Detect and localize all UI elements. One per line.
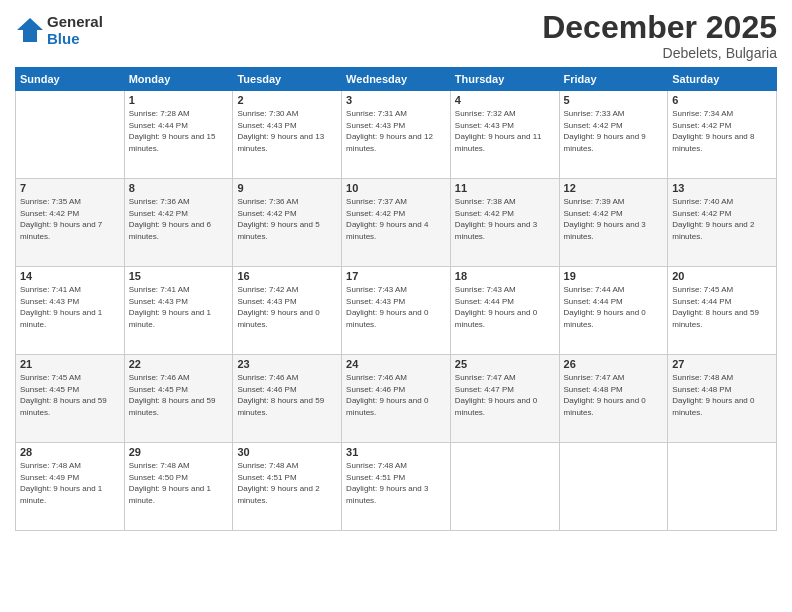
location: Debelets, Bulgaria bbox=[542, 45, 777, 61]
calendar-week-3: 14Sunrise: 7:41 AMSunset: 4:43 PMDayligh… bbox=[16, 267, 777, 355]
day-number: 29 bbox=[129, 446, 229, 458]
cell-info: Sunrise: 7:35 AMSunset: 4:42 PMDaylight:… bbox=[20, 196, 120, 242]
calendar-cell: 15Sunrise: 7:41 AMSunset: 4:43 PMDayligh… bbox=[124, 267, 233, 355]
day-number: 6 bbox=[672, 94, 772, 106]
cell-info: Sunrise: 7:47 AMSunset: 4:47 PMDaylight:… bbox=[455, 372, 555, 418]
cell-info: Sunrise: 7:33 AMSunset: 4:42 PMDaylight:… bbox=[564, 108, 664, 154]
col-wednesday: Wednesday bbox=[342, 68, 451, 91]
cell-info: Sunrise: 7:30 AMSunset: 4:43 PMDaylight:… bbox=[237, 108, 337, 154]
day-number: 5 bbox=[564, 94, 664, 106]
calendar-cell: 2Sunrise: 7:30 AMSunset: 4:43 PMDaylight… bbox=[233, 91, 342, 179]
calendar-cell: 6Sunrise: 7:34 AMSunset: 4:42 PMDaylight… bbox=[668, 91, 777, 179]
day-number: 3 bbox=[346, 94, 446, 106]
calendar-cell: 21Sunrise: 7:45 AMSunset: 4:45 PMDayligh… bbox=[16, 355, 125, 443]
day-number: 31 bbox=[346, 446, 446, 458]
calendar-cell: 27Sunrise: 7:48 AMSunset: 4:48 PMDayligh… bbox=[668, 355, 777, 443]
cell-info: Sunrise: 7:48 AMSunset: 4:48 PMDaylight:… bbox=[672, 372, 772, 418]
calendar-cell: 19Sunrise: 7:44 AMSunset: 4:44 PMDayligh… bbox=[559, 267, 668, 355]
logo-blue: Blue bbox=[47, 31, 103, 48]
day-number: 12 bbox=[564, 182, 664, 194]
logo: General Blue bbox=[15, 14, 103, 47]
cell-info: Sunrise: 7:46 AMSunset: 4:46 PMDaylight:… bbox=[346, 372, 446, 418]
calendar-week-1: 1Sunrise: 7:28 AMSunset: 4:44 PMDaylight… bbox=[16, 91, 777, 179]
col-friday: Friday bbox=[559, 68, 668, 91]
cell-info: Sunrise: 7:48 AMSunset: 4:49 PMDaylight:… bbox=[20, 460, 120, 506]
calendar-cell: 25Sunrise: 7:47 AMSunset: 4:47 PMDayligh… bbox=[450, 355, 559, 443]
calendar-cell: 16Sunrise: 7:42 AMSunset: 4:43 PMDayligh… bbox=[233, 267, 342, 355]
calendar-cell: 24Sunrise: 7:46 AMSunset: 4:46 PMDayligh… bbox=[342, 355, 451, 443]
day-number: 10 bbox=[346, 182, 446, 194]
calendar-cell: 11Sunrise: 7:38 AMSunset: 4:42 PMDayligh… bbox=[450, 179, 559, 267]
day-number: 1 bbox=[129, 94, 229, 106]
cell-info: Sunrise: 7:48 AMSunset: 4:50 PMDaylight:… bbox=[129, 460, 229, 506]
day-number: 14 bbox=[20, 270, 120, 282]
day-number: 16 bbox=[237, 270, 337, 282]
calendar-cell: 4Sunrise: 7:32 AMSunset: 4:43 PMDaylight… bbox=[450, 91, 559, 179]
calendar-header: Sunday Monday Tuesday Wednesday Thursday… bbox=[16, 68, 777, 91]
calendar-week-2: 7Sunrise: 7:35 AMSunset: 4:42 PMDaylight… bbox=[16, 179, 777, 267]
cell-info: Sunrise: 7:43 AMSunset: 4:43 PMDaylight:… bbox=[346, 284, 446, 330]
calendar-cell: 22Sunrise: 7:46 AMSunset: 4:45 PMDayligh… bbox=[124, 355, 233, 443]
calendar-cell: 7Sunrise: 7:35 AMSunset: 4:42 PMDaylight… bbox=[16, 179, 125, 267]
cell-info: Sunrise: 7:34 AMSunset: 4:42 PMDaylight:… bbox=[672, 108, 772, 154]
cell-info: Sunrise: 7:41 AMSunset: 4:43 PMDaylight:… bbox=[129, 284, 229, 330]
calendar-cell: 13Sunrise: 7:40 AMSunset: 4:42 PMDayligh… bbox=[668, 179, 777, 267]
col-monday: Monday bbox=[124, 68, 233, 91]
day-number: 9 bbox=[237, 182, 337, 194]
logo-general: General bbox=[47, 14, 103, 31]
cell-info: Sunrise: 7:48 AMSunset: 4:51 PMDaylight:… bbox=[237, 460, 337, 506]
cell-info: Sunrise: 7:28 AMSunset: 4:44 PMDaylight:… bbox=[129, 108, 229, 154]
day-number: 20 bbox=[672, 270, 772, 282]
cell-info: Sunrise: 7:36 AMSunset: 4:42 PMDaylight:… bbox=[237, 196, 337, 242]
calendar-cell: 14Sunrise: 7:41 AMSunset: 4:43 PMDayligh… bbox=[16, 267, 125, 355]
day-number: 27 bbox=[672, 358, 772, 370]
col-thursday: Thursday bbox=[450, 68, 559, 91]
cell-info: Sunrise: 7:48 AMSunset: 4:51 PMDaylight:… bbox=[346, 460, 446, 506]
day-number: 30 bbox=[237, 446, 337, 458]
cell-info: Sunrise: 7:42 AMSunset: 4:43 PMDaylight:… bbox=[237, 284, 337, 330]
calendar-cell bbox=[559, 443, 668, 531]
col-sunday: Sunday bbox=[16, 68, 125, 91]
day-number: 18 bbox=[455, 270, 555, 282]
day-number: 21 bbox=[20, 358, 120, 370]
title-block: December 2025 Debelets, Bulgaria bbox=[542, 10, 777, 61]
cell-info: Sunrise: 7:31 AMSunset: 4:43 PMDaylight:… bbox=[346, 108, 446, 154]
calendar-table: Sunday Monday Tuesday Wednesday Thursday… bbox=[15, 67, 777, 531]
calendar-cell: 12Sunrise: 7:39 AMSunset: 4:42 PMDayligh… bbox=[559, 179, 668, 267]
logo-text: General Blue bbox=[47, 14, 103, 47]
calendar-week-5: 28Sunrise: 7:48 AMSunset: 4:49 PMDayligh… bbox=[16, 443, 777, 531]
day-number: 7 bbox=[20, 182, 120, 194]
calendar-cell bbox=[668, 443, 777, 531]
cell-info: Sunrise: 7:43 AMSunset: 4:44 PMDaylight:… bbox=[455, 284, 555, 330]
day-number: 28 bbox=[20, 446, 120, 458]
calendar-week-4: 21Sunrise: 7:45 AMSunset: 4:45 PMDayligh… bbox=[16, 355, 777, 443]
cell-info: Sunrise: 7:38 AMSunset: 4:42 PMDaylight:… bbox=[455, 196, 555, 242]
day-number: 8 bbox=[129, 182, 229, 194]
month-title: December 2025 bbox=[542, 10, 777, 45]
logo-icon bbox=[15, 16, 45, 46]
cell-info: Sunrise: 7:47 AMSunset: 4:48 PMDaylight:… bbox=[564, 372, 664, 418]
cell-info: Sunrise: 7:39 AMSunset: 4:42 PMDaylight:… bbox=[564, 196, 664, 242]
svg-marker-0 bbox=[17, 18, 43, 42]
calendar-cell bbox=[16, 91, 125, 179]
calendar-cell: 28Sunrise: 7:48 AMSunset: 4:49 PMDayligh… bbox=[16, 443, 125, 531]
day-number: 15 bbox=[129, 270, 229, 282]
cell-info: Sunrise: 7:45 AMSunset: 4:44 PMDaylight:… bbox=[672, 284, 772, 330]
day-number: 26 bbox=[564, 358, 664, 370]
calendar-cell: 3Sunrise: 7:31 AMSunset: 4:43 PMDaylight… bbox=[342, 91, 451, 179]
cell-info: Sunrise: 7:44 AMSunset: 4:44 PMDaylight:… bbox=[564, 284, 664, 330]
calendar-cell: 9Sunrise: 7:36 AMSunset: 4:42 PMDaylight… bbox=[233, 179, 342, 267]
day-number: 13 bbox=[672, 182, 772, 194]
calendar-cell: 30Sunrise: 7:48 AMSunset: 4:51 PMDayligh… bbox=[233, 443, 342, 531]
calendar-cell: 20Sunrise: 7:45 AMSunset: 4:44 PMDayligh… bbox=[668, 267, 777, 355]
calendar-cell: 26Sunrise: 7:47 AMSunset: 4:48 PMDayligh… bbox=[559, 355, 668, 443]
calendar-cell: 18Sunrise: 7:43 AMSunset: 4:44 PMDayligh… bbox=[450, 267, 559, 355]
cell-info: Sunrise: 7:32 AMSunset: 4:43 PMDaylight:… bbox=[455, 108, 555, 154]
calendar-body: 1Sunrise: 7:28 AMSunset: 4:44 PMDaylight… bbox=[16, 91, 777, 531]
calendar-cell: 17Sunrise: 7:43 AMSunset: 4:43 PMDayligh… bbox=[342, 267, 451, 355]
cell-info: Sunrise: 7:45 AMSunset: 4:45 PMDaylight:… bbox=[20, 372, 120, 418]
calendar-cell: 5Sunrise: 7:33 AMSunset: 4:42 PMDaylight… bbox=[559, 91, 668, 179]
calendar-cell: 8Sunrise: 7:36 AMSunset: 4:42 PMDaylight… bbox=[124, 179, 233, 267]
day-number: 25 bbox=[455, 358, 555, 370]
col-tuesday: Tuesday bbox=[233, 68, 342, 91]
